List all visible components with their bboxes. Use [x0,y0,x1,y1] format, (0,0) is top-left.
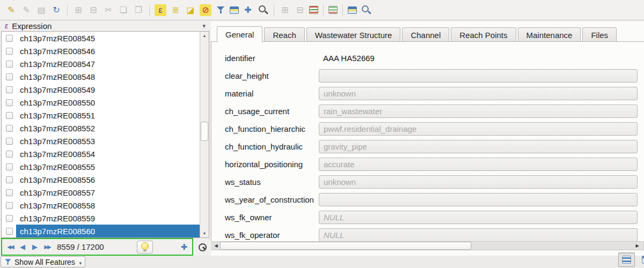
invert-selection-icon[interactable]: ◪ [185,4,196,16]
next-feature-button[interactable]: ▶ [29,242,41,252]
new-field-icon[interactable]: ⊞ [279,4,291,16]
zoom-search-icon[interactable] [360,4,372,16]
feature-item[interactable]: ch13p7mzRE008560 [2,225,200,237]
toolbar-separator [67,5,68,16]
pan-to-feature-button[interactable]: ✚ [178,242,190,252]
scroll-left-icon[interactable]: ◀ [212,242,220,250]
field-value-input[interactable] [319,69,638,83]
feature-checkbox[interactable] [6,48,13,55]
form-view-toggle-button[interactable] [618,252,635,267]
feature-item[interactable]: ch13p7mzRE008552 [2,122,200,135]
delete-field-icon[interactable]: ⊟ [294,4,306,16]
form-tab[interactable]: Channel [402,27,449,42]
feature-checkbox[interactable] [6,61,13,68]
table-view-toggle-button[interactable] [638,252,644,267]
feature-checkbox[interactable] [6,202,13,209]
feature-item[interactable]: ch13p7mzRE008545 [2,32,200,44]
paste-icon[interactable]: ❐ [133,4,144,16]
feature-checkbox[interactable] [6,215,13,222]
scrollbar-thumb[interactable] [201,122,208,141]
zoom-to-feature-button[interactable] [195,240,209,254]
field-value-input[interactable]: NULL [319,211,638,224]
feature-checkbox[interactable] [6,228,13,235]
pan-to-selection-icon[interactable]: ✚ [242,4,254,16]
feature-item[interactable]: ch13p7mzRE008550 [2,96,200,109]
last-feature-button[interactable]: ▶▶ [41,242,53,252]
form-tab[interactable]: Reach [264,27,304,42]
feature-item[interactable]: ch13p7mzRE008551 [2,109,200,122]
field-value-input[interactable]: unknown [319,87,638,100]
add-feature-icon[interactable]: ⊞ [72,4,84,16]
scrollbar-thumb[interactable] [220,242,471,250]
feature-item[interactable]: ch13p7mzRE008555 [2,160,200,173]
feature-item[interactable]: ch13p7mzRE008547 [2,57,200,70]
feature-checkbox[interactable] [6,125,13,132]
select-all-icon[interactable]: ≣ [170,4,181,16]
feature-checkbox[interactable] [6,163,13,170]
deselect-all-icon[interactable]: ⊘ [200,4,211,16]
feature-checkbox[interactable] [6,35,13,42]
form-tab[interactable]: Maintenance [518,27,581,42]
feature-checkbox[interactable] [6,176,13,183]
scroll-up-icon[interactable]: ▲ [200,32,209,39]
column-preview-selector[interactable]: ε Expression ▾ [1,20,209,31]
highlight-feature-button[interactable] [137,241,153,254]
field-value-input[interactable]: rain_wastewater [319,105,638,118]
feature-id-label: ch13p7mzRE008546 [16,47,95,56]
feature-id-label: ch13p7mzRE008558 [16,201,95,210]
form-tab[interactable]: General [217,26,262,42]
scroll-down-icon[interactable]: ▼ [200,230,209,237]
first-feature-button[interactable]: ◀◀ [4,242,16,252]
form-tab[interactable]: Wastewater Structure [306,27,401,42]
feature-item[interactable]: ch13p7mzRE008557 [2,186,200,199]
feature-item[interactable]: ch13p7mzRE008554 [2,147,200,160]
select-by-expression-icon[interactable]: ε [155,4,166,16]
dock-table-icon[interactable] [348,6,357,14]
reload-table-icon[interactable]: ↻ [50,4,62,16]
field-calculator-icon[interactable] [309,6,318,14]
feature-item[interactable]: ch13p7mzRE008558 [2,199,200,212]
previous-feature-button[interactable]: ◀ [17,242,28,252]
field-value-input[interactable]: unknown [319,175,638,189]
copy-icon[interactable]: ❏ [118,4,129,16]
table-view-icon [642,256,644,264]
feature-item[interactable]: ch13p7mzRE008548 [2,70,200,83]
feature-checkbox[interactable] [6,73,13,80]
feature-checkbox[interactable] [6,112,13,119]
cut-icon[interactable]: ✂ [103,4,114,16]
field-value-input[interactable]: accurate [319,158,638,171]
scroll-right-icon[interactable]: ▶ [633,242,641,250]
field-value-input[interactable]: pwwf.residential_drainage [319,122,638,136]
feature-checkbox[interactable] [6,86,13,93]
feature-item[interactable]: ch13p7mzRE008553 [2,135,200,147]
move-selection-to-top-icon[interactable] [230,6,239,14]
form-field-row: ch_usage_current rain_wastewater [225,105,638,118]
field-value-input[interactable] [319,193,638,206]
feature-item[interactable]: ch13p7mzRE008549 [2,83,200,96]
feature-checkbox[interactable] [6,99,13,106]
feature-checkbox[interactable] [6,138,13,145]
delete-selected-icon[interactable]: ⊟ [87,4,99,16]
field-value-input[interactable]: NULL [319,228,638,241]
feature-item[interactable]: ch13p7mzRE008556 [2,173,200,186]
field-value-input[interactable]: gravity_pipe [319,140,638,153]
save-edits-icon[interactable]: ▤ [35,4,47,16]
filter-features-icon[interactable] [215,4,226,16]
zoom-to-selection-icon[interactable] [257,4,269,16]
toggle-editing-icon[interactable]: ✎ [5,4,17,16]
feature-checkbox[interactable] [6,151,13,158]
feature-item[interactable]: ch13p7mzRE008559 [2,212,200,225]
form-tab[interactable]: Files [582,27,617,42]
form-horizontal-scrollbar[interactable]: ◀ ▶ [211,241,644,250]
feature-checkbox[interactable] [6,189,13,196]
chevron-down-icon[interactable]: ▾ [202,23,206,29]
filter-mode-button[interactable]: Show All Features ▾ [1,256,85,267]
form-tab[interactable]: Reach Points [451,27,516,42]
tab-label: Reach Points [459,31,507,40]
multiedit-icon[interactable]: ✎ [20,4,32,16]
field-label: ch_usage_current [225,107,319,116]
conditional-formatting-icon[interactable] [328,6,338,14]
toolbar-separator [149,5,150,16]
feature-item[interactable]: ch13p7mzRE008546 [2,44,200,57]
feature-list-scrollbar[interactable]: ▲ ▼ [200,32,209,237]
